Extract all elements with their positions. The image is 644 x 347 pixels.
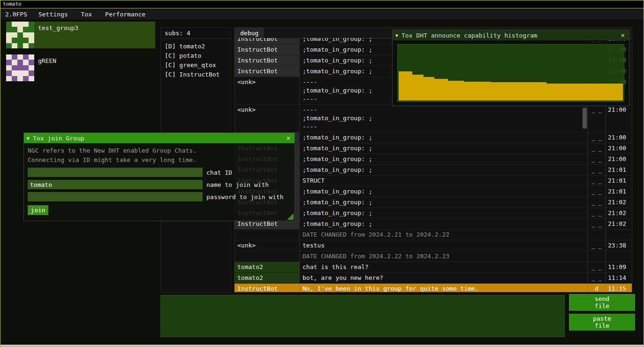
message-line: ---- (303, 106, 584, 114)
sender-name-cell: tomato2 (235, 262, 300, 272)
message-line: ;tomato_in_group: ; (303, 166, 584, 174)
chat-scrollbar[interactable] (583, 108, 587, 129)
join-fields: chat IDname to join withpassword to join… (28, 168, 291, 201)
receipt-status-cell: _ _ (588, 197, 606, 208)
chat-id-input[interactable] (28, 168, 203, 177)
chat-message-row[interactable]: <unk>testus_ _23:38 (235, 240, 632, 251)
member-item[interactable]: [D] tomato2 (165, 42, 227, 51)
avatar-pixel (29, 22, 34, 27)
join-window-title-bar[interactable]: ▼ Tox join Group × (24, 133, 295, 143)
message-line: ---- (303, 123, 584, 131)
chat-message-row[interactable]: tomato2chat is this real?_ _11:09 (235, 262, 632, 273)
close-icon[interactable]: × (620, 31, 626, 39)
chat-message-row[interactable]: tomato2bot, are you new here?_ _11:14 (235, 273, 632, 284)
avatar-pixel (12, 65, 17, 70)
group-avatar (6, 22, 34, 48)
avatar-pixel (23, 70, 29, 76)
avatar-pixel (6, 22, 12, 27)
avatar-pixel (12, 27, 17, 32)
join-field-label: name to join with (206, 181, 269, 188)
join-field-row: name to join with (28, 180, 291, 189)
member-item[interactable]: [C] InstructBot (165, 70, 227, 79)
chat-date-row[interactable]: DATE CHANGED from 2024.2.21 to 2024.2.22 (235, 230, 632, 240)
member-item[interactable]: [C] green_qtox (165, 61, 227, 70)
menu-items: SettingsToxPerformance (32, 9, 152, 20)
bottom-edge-strip (0, 345, 644, 347)
avatar-pixel (23, 43, 29, 48)
sender-name-cell: tomato2 (235, 273, 300, 283)
avatar-pixel (17, 43, 23, 48)
message-line: ;tomato_in_group: ; (303, 114, 584, 123)
message-line: ;tomato_in_group: ; (303, 198, 584, 207)
title-bar: tomato (0, 0, 644, 8)
histogram-bars (399, 46, 623, 100)
message-line: ;tomato_in_group: ; (303, 220, 584, 228)
receipt-status-cell (588, 230, 606, 240)
message-cell: ;tomato_in_group: ; (300, 186, 588, 197)
avatar-pixel (29, 43, 34, 48)
message-cell: STRUCT (300, 176, 588, 186)
menu-item-settings[interactable]: Settings (32, 9, 75, 20)
date-changed-text: DATE CHANGED from 2024.2.22 to 2024.2.23 (303, 252, 584, 261)
tab-debug[interactable]: debug (235, 28, 264, 38)
chat-message-row[interactable]: <unk>----;tomato_in_group: ;----_ _21:00 (235, 105, 632, 132)
join-field-row: chat ID (28, 168, 291, 177)
composer-input[interactable] (160, 295, 565, 337)
window-title: tomato (3, 1, 22, 7)
join-name-input[interactable] (28, 180, 203, 189)
message-cell: DATE CHANGED from 2024.2.21 to 2024.2.22 (300, 230, 588, 240)
message-cell: bot, are you new here? (300, 273, 588, 283)
avatar-pixel (29, 38, 34, 43)
histogram-bar (448, 81, 463, 100)
histogram-plot[interactable] (397, 44, 624, 102)
paste-file-label-line1: paste (593, 315, 611, 322)
join-button[interactable]: join (28, 205, 48, 215)
message-cell: ----;tomato_in_group: ;---- (300, 105, 588, 132)
avatar-pixel (12, 70, 17, 76)
message-line: ;tomato_in_group: ; (303, 133, 584, 142)
member-item[interactable]: [C] potato (165, 51, 227, 61)
receipt-status-cell: _ _ (588, 143, 606, 154)
app-window: tomato 2.0FPS SettingsToxPerformance tes… (0, 0, 644, 347)
avatar-pixel (12, 43, 17, 48)
chat-date-row[interactable]: DATE CHANGED from 2024.2.22 to 2024.2.23 (235, 251, 632, 262)
avatar-pixel (23, 76, 29, 81)
receipt-status-cell: _ _ (588, 219, 606, 229)
receipt-status-cell: _ _ (588, 208, 606, 218)
join-window-title: Tox join Group (33, 135, 282, 142)
receipt-status-cell (588, 251, 606, 262)
avatar-pixel (23, 65, 29, 70)
avatar-pixel (17, 54, 23, 60)
avatar-pixel (12, 32, 17, 38)
sender-name-cell: <unk> (235, 240, 300, 251)
sidebar-group-test_group3[interactable]: test_group3 (6, 22, 155, 48)
collapse-icon[interactable]: ▼ (27, 136, 30, 141)
message-cell: ;tomato_in_group: ; (300, 219, 588, 229)
timestamp-cell: 21:01 (606, 165, 632, 175)
timestamp-cell: 21:00 (606, 143, 632, 154)
collapse-icon[interactable]: ▼ (395, 33, 398, 38)
menu-item-tox[interactable]: Tox (75, 9, 98, 20)
resize-grip[interactable] (287, 213, 294, 220)
receipt-status-cell: _ _ (588, 132, 606, 143)
timestamp-cell: 21:01 (606, 186, 632, 197)
paste-file-button[interactable]: paste file (569, 314, 635, 331)
message-line: No, I've been in this group for quite so… (303, 285, 584, 292)
avatar-pixel (23, 60, 29, 65)
sidebar-group-gREEN[interactable]: gREEN (6, 54, 155, 81)
close-icon[interactable]: × (285, 134, 292, 142)
avatar-pixel (23, 54, 29, 60)
timestamp-cell: 21:02 (606, 197, 632, 208)
menu-item-performance[interactable]: Performance (98, 9, 152, 20)
send-file-button[interactable]: send file (569, 294, 635, 311)
message-line: ;tomato_in_group: ; (303, 209, 584, 217)
message-cell: ;tomato_in_group: ; (300, 154, 588, 164)
join-field-label: password to join with (206, 193, 283, 200)
join-password-input[interactable] (28, 192, 203, 201)
histogram-window-title-bar[interactable]: ▼ Tox DHT announce capability histogram … (393, 30, 629, 40)
menu-bar: 2.0FPS SettingsToxPerformance (0, 9, 644, 20)
chat-message-row[interactable]: InstructBotNo, I've been in this group f… (235, 284, 632, 292)
avatar-pixel (17, 22, 23, 27)
send-file-label-line2: file (595, 302, 609, 309)
message-line: ;tomato_in_group: ; (303, 144, 584, 153)
